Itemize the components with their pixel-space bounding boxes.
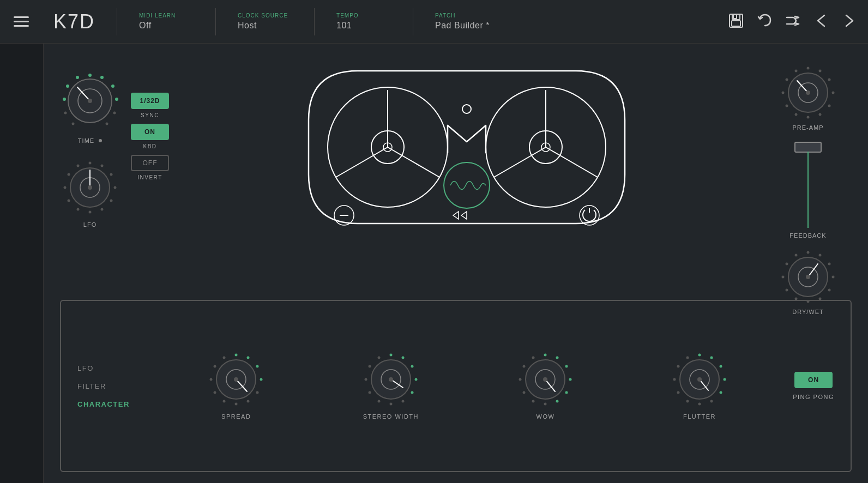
menu-button[interactable] — [11, 14, 32, 29]
svg-point-91 — [256, 391, 259, 394]
time-label: TIME — [78, 137, 94, 144]
app-logo: K7D — [53, 10, 95, 33]
svg-point-92 — [247, 400, 250, 403]
svg-rect-2 — [732, 21, 740, 26]
svg-point-86 — [806, 275, 810, 279]
stereo-width-group: STEREO WIDTH — [363, 352, 419, 420]
svg-point-6 — [111, 84, 114, 88]
invert-button[interactable]: OFF — [131, 155, 169, 171]
svg-point-29 — [68, 173, 70, 176]
svg-point-11 — [113, 112, 116, 114]
svg-point-134 — [543, 377, 547, 382]
svg-point-125 — [544, 403, 547, 406]
svg-point-25 — [89, 211, 92, 214]
preamp-group: PRE-AMP — [781, 65, 835, 131]
svg-point-79 — [786, 289, 788, 292]
svg-point-90 — [260, 378, 263, 381]
tape-unit — [185, 55, 748, 240]
header-divider-1 — [117, 8, 117, 35]
svg-point-108 — [401, 400, 404, 403]
svg-marker-51 — [453, 212, 459, 219]
lfo-knob-svg[interactable] — [63, 160, 117, 215]
svg-point-95 — [214, 391, 216, 394]
wow-knob-svg[interactable] — [518, 352, 572, 407]
svg-point-121 — [565, 365, 568, 368]
svg-point-61 — [807, 116, 810, 119]
next-button[interactable] — [842, 13, 857, 31]
spread-knob-svg[interactable] — [209, 352, 263, 407]
svg-point-102 — [234, 377, 238, 382]
svg-point-63 — [786, 105, 788, 107]
mode-character[interactable]: CHARACTER — [77, 400, 143, 408]
svg-point-12 — [106, 123, 108, 125]
time-knob-group: TIME — [60, 71, 120, 144]
svg-point-111 — [368, 391, 371, 394]
svg-point-72 — [819, 254, 822, 257]
svg-point-128 — [519, 378, 522, 381]
svg-point-123 — [565, 391, 568, 394]
svg-point-124 — [556, 400, 559, 403]
svg-point-114 — [377, 357, 380, 359]
mode-lfo[interactable]: LFO — [77, 364, 143, 372]
flutter-group: FLUTTER — [672, 352, 727, 420]
stereo-width-knob-svg[interactable] — [364, 352, 418, 407]
header-actions — [728, 13, 857, 31]
svg-point-5 — [100, 76, 104, 79]
drywet-knob-svg[interactable] — [781, 250, 835, 304]
undo-button[interactable] — [757, 13, 772, 31]
flutter-knob-svg[interactable] — [672, 352, 727, 407]
feedback-slider-thumb[interactable] — [794, 142, 822, 153]
ping-pong-button[interactable]: ON — [794, 372, 833, 388]
midi-learn-value[interactable]: Off — [139, 21, 194, 31]
svg-point-10 — [76, 76, 79, 79]
tempo-value[interactable]: 101 — [336, 21, 391, 31]
svg-point-74 — [832, 276, 835, 279]
svg-point-8 — [63, 98, 66, 101]
preamp-knob-svg[interactable] — [781, 65, 835, 120]
svg-point-20 — [101, 165, 104, 167]
invert-label: INVERT — [137, 174, 162, 180]
sidebar-strip — [0, 44, 44, 483]
svg-point-143 — [677, 391, 679, 394]
svg-point-57 — [828, 79, 831, 81]
patch-label: PATCH — [435, 13, 544, 19]
mode-selector: LFO FILTER CHARACTER — [77, 364, 143, 408]
svg-point-130 — [532, 357, 535, 359]
time-dot-indicator — [99, 139, 102, 142]
prev-button[interactable] — [813, 13, 829, 31]
mode-filter[interactable]: FILTER — [77, 382, 143, 390]
svg-point-118 — [389, 377, 393, 382]
svg-point-103 — [389, 354, 392, 357]
svg-point-129 — [523, 365, 526, 368]
svg-point-13 — [72, 123, 75, 125]
svg-point-93 — [235, 403, 238, 406]
main-content: TIME — [0, 44, 868, 483]
feedback-slider-wrap: FEEDBACK — [789, 142, 826, 239]
bottom-knobs: SPREAD — [165, 352, 771, 420]
time-knob-svg[interactable] — [60, 71, 120, 131]
svg-point-73 — [828, 263, 831, 265]
sync-button[interactable]: 1/32D — [131, 93, 169, 109]
svg-point-146 — [686, 357, 689, 359]
svg-point-96 — [210, 378, 213, 381]
svg-point-47 — [462, 105, 471, 113]
svg-point-150 — [697, 377, 702, 382]
patch-value[interactable]: Pad Builder * — [435, 21, 544, 31]
kbd-label: KBD — [143, 143, 156, 149]
svg-point-89 — [256, 365, 259, 368]
svg-point-9 — [66, 84, 69, 88]
kbd-button[interactable]: ON — [131, 124, 169, 140]
clock-source-value[interactable]: Host — [238, 21, 292, 31]
random-button[interactable] — [785, 13, 800, 31]
sync-item: 1/32D SYNC — [131, 93, 169, 118]
header-divider-3 — [314, 8, 315, 35]
main-panel: TIME — [44, 44, 868, 483]
svg-point-87 — [235, 354, 238, 357]
svg-point-140 — [710, 400, 713, 403]
save-button[interactable] — [728, 13, 744, 31]
svg-point-82 — [795, 254, 798, 257]
svg-point-126 — [532, 400, 535, 403]
svg-point-106 — [414, 378, 417, 381]
svg-rect-3 — [733, 15, 737, 19]
svg-point-28 — [64, 186, 67, 189]
